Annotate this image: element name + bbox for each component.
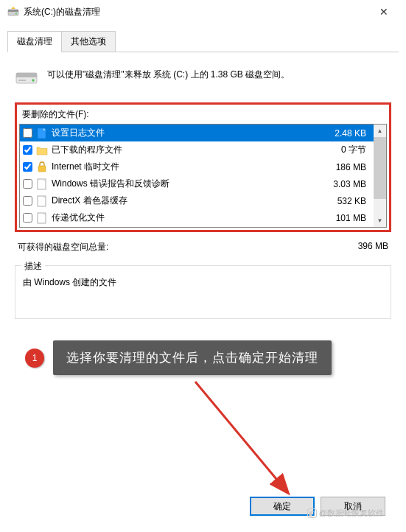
description-text: 由 Windows 创建的文件 (23, 276, 383, 289)
svg-rect-4 (16, 73, 37, 77)
svg-point-5 (32, 79, 35, 82)
scrollbar[interactable]: ▲ ▼ (374, 125, 386, 227)
cancel-button[interactable]: 取消 (321, 497, 385, 516)
folder-icon (36, 144, 48, 156)
list-item[interactable]: DirectX 着色器缓存532 KB (20, 192, 374, 209)
file-size: 0 字节 (341, 144, 371, 156)
description-group: 描述 由 Windows 创建的文件 (15, 265, 391, 319)
file-checkbox[interactable] (23, 196, 32, 206)
annotation: 1 选择你要清理的文件后，点击确定开始清理 (25, 340, 332, 375)
scroll-down-button[interactable]: ▼ (374, 214, 386, 227)
file-size: 101 MB (336, 213, 371, 223)
file-name: DirectX 着色器缓存 (52, 195, 337, 207)
lock-icon (36, 161, 48, 173)
file-size: 186 MB (336, 162, 371, 172)
page-blue-icon (36, 127, 48, 139)
close-button[interactable]: ✕ (369, 1, 399, 22)
file-checkbox[interactable] (23, 213, 32, 223)
window-title: 系统(C:)的磁盘清理 (24, 6, 369, 18)
description-legend: 描述 (21, 260, 45, 273)
svg-rect-9 (38, 166, 46, 172)
total-value: 396 MB (358, 241, 388, 253)
page-icon (36, 195, 48, 207)
titlebar: 系统(C:)的磁盘清理 ✕ (0, 0, 406, 24)
list-item[interactable]: 传递优化文件101 MB (20, 209, 374, 226)
file-name: Internet 临时文件 (52, 161, 336, 173)
svg-rect-1 (8, 10, 18, 12)
info-row: 可以使用"磁盘清理"来释放 系统 (C:) 上的 1.38 GB 磁盘空间。 (15, 64, 391, 88)
annotation-number: 1 (25, 349, 44, 368)
file-size: 3.03 MB (333, 179, 371, 189)
tab-disk-cleanup[interactable]: 磁盘清理 (7, 31, 62, 52)
total-label: 可获得的磁盘空间总量: (18, 241, 358, 253)
file-list: 设置日志文件2.48 KB已下载的程序文件0 字节Internet 临时文件18… (19, 124, 387, 228)
files-section-highlight: 要删除的文件(F): 设置日志文件2.48 KB已下载的程序文件0 字节Inte… (15, 102, 391, 232)
tab-strip: 磁盘清理 其他选项 (7, 31, 399, 52)
annotation-text: 选择你要清理的文件后，点击确定开始清理 (53, 340, 332, 375)
file-checkbox[interactable] (23, 128, 32, 138)
file-name: 已下载的程序文件 (52, 144, 341, 156)
list-item[interactable]: Internet 临时文件186 MB (20, 158, 374, 175)
total-row: 可获得的磁盘空间总量: 396 MB (15, 238, 391, 256)
list-item[interactable]: 设置日志文件2.48 KB (20, 125, 374, 141)
scroll-track[interactable] (374, 137, 386, 214)
drive-icon (15, 64, 38, 88)
file-size: 2.48 KB (335, 128, 371, 139)
svg-rect-6 (18, 80, 26, 81)
file-checkbox[interactable] (23, 179, 32, 189)
file-name: Windows 错误报告和反馈诊断 (52, 178, 333, 190)
file-size: 532 KB (337, 196, 371, 206)
button-row: 确定 取消 (250, 497, 385, 516)
scroll-up-button[interactable]: ▲ (374, 125, 386, 137)
file-name: 设置日志文件 (52, 127, 335, 139)
file-checkbox[interactable] (23, 145, 32, 155)
page-icon (36, 212, 48, 224)
file-checkbox[interactable] (23, 162, 32, 172)
info-text: 可以使用"磁盘清理"来释放 系统 (C:) 上的 1.38 GB 磁盘空间。 (47, 64, 391, 82)
list-item[interactable]: Windows 错误报告和反馈诊断3.03 MB (20, 175, 374, 192)
main-content: 可以使用"磁盘清理"来释放 系统 (C:) 上的 1.38 GB 磁盘空间。 要… (0, 52, 406, 334)
tab-more-options[interactable]: 其他选项 (61, 31, 116, 52)
svg-line-17 (195, 382, 287, 492)
annotation-arrow (184, 376, 346, 508)
list-item[interactable]: 已下载的程序文件0 字节 (20, 141, 374, 158)
svg-point-2 (15, 13, 17, 15)
scroll-thumb[interactable] (374, 137, 386, 199)
file-name: 传递优化文件 (52, 211, 336, 224)
ok-button[interactable]: 确定 (250, 497, 315, 516)
files-label: 要删除的文件(F): (19, 107, 387, 124)
page-icon (36, 178, 48, 190)
disk-cleanup-icon (7, 6, 19, 18)
